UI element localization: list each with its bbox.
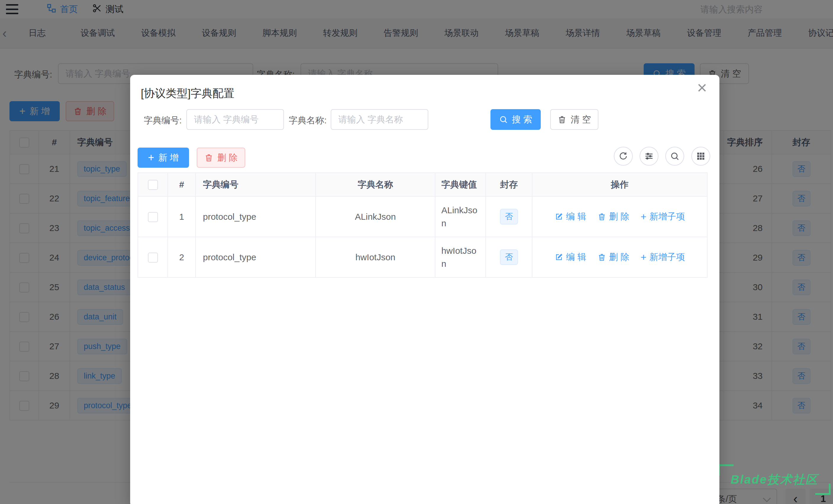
grid-view-button[interactable] — [691, 147, 710, 166]
trash-icon — [598, 212, 606, 221]
modal-delete-button[interactable]: 删 除 — [197, 148, 245, 168]
search-icon — [499, 115, 508, 124]
row-checkbox[interactable] — [148, 253, 158, 263]
modal-name-input[interactable]: 请输入 字典名称 — [331, 109, 428, 130]
sliders-icon — [644, 151, 654, 161]
modal-col-index: # — [168, 173, 195, 196]
modal-clear-button[interactable]: 清 空 — [550, 109, 598, 130]
row-key: hwIotJson — [435, 237, 486, 278]
search-toggle-button[interactable] — [665, 147, 684, 166]
modal-table-header-row: # 字典编号 字典名称 字典键值 封存 操作 — [138, 173, 707, 196]
edit-icon — [555, 253, 563, 262]
trash-icon — [598, 253, 606, 262]
row-key: ALinkJson — [435, 196, 486, 237]
dict-config-modal: × [协议类型]字典配置 字典编号: 请输入 字典编号 字典名称: 请输入 字典… — [130, 75, 719, 504]
plus-icon: + — [148, 151, 154, 164]
plus-icon: + — [640, 211, 646, 222]
row-code: protocol_type — [195, 196, 316, 237]
sealed-tag: 否 — [500, 209, 518, 224]
add-child-link[interactable]: + 新增子项 — [640, 251, 685, 263]
edit-link[interactable]: 编 辑 — [555, 251, 586, 263]
modal-title: [协议类型]字典配置 — [141, 86, 235, 101]
row-name: hwIotJson — [316, 237, 435, 278]
edit-link[interactable]: 编 辑 — [555, 211, 586, 223]
refresh-icon — [619, 151, 628, 161]
refresh-button[interactable] — [614, 147, 633, 166]
filter-columns-button[interactable] — [640, 147, 659, 166]
modal-table-row: 2 protocol_type hwIotJson hwIotJson 否 编 … — [138, 237, 707, 278]
close-icon[interactable]: × — [697, 79, 707, 96]
delete-link[interactable]: 删 除 — [598, 211, 629, 223]
modal-search-button[interactable]: 搜 索 — [491, 109, 541, 130]
row-checkbox[interactable] — [148, 212, 158, 222]
modal-col-sealed: 封存 — [486, 173, 532, 196]
row-code: protocol_type — [195, 237, 316, 278]
row-name: ALinkJson — [316, 196, 435, 237]
modal-col-code: 字典编号 — [195, 173, 316, 196]
app-root: 首页 测试 请输入搜索内容 ‹ 日志设备调试设备模拟设备规则脚本规则转发规则告警… — [0, 0, 833, 504]
delete-link[interactable]: 删 除 — [598, 251, 629, 263]
search-icon — [670, 151, 680, 161]
plus-icon: + — [640, 251, 646, 263]
add-child-link[interactable]: + 新增子项 — [640, 211, 685, 223]
modal-dict-table: # 字典编号 字典名称 字典键值 封存 操作 1 protocol_t — [138, 172, 707, 278]
row-index: 1 — [168, 196, 195, 237]
modal-col-key: 字典键值 — [435, 173, 486, 196]
sealed-tag: 否 — [500, 249, 518, 265]
row-index: 2 — [168, 237, 195, 278]
modal-name-label: 字典名称: — [289, 115, 327, 126]
edit-icon — [555, 212, 563, 221]
modal-select-all-checkbox[interactable] — [148, 180, 158, 190]
grid-icon — [696, 151, 706, 161]
trash-icon — [557, 115, 567, 124]
modal-table-row: 1 protocol_type ALinkJson ALinkJson 否 编 … — [138, 196, 707, 237]
modal-code-label: 字典编号: — [144, 115, 182, 126]
modal-col-name: 字典名称 — [316, 173, 435, 196]
modal-add-button[interactable]: + 新 增 — [138, 148, 189, 168]
trash-icon — [205, 153, 213, 162]
modal-code-input[interactable]: 请输入 字典编号 — [186, 109, 284, 130]
modal-col-actions: 操作 — [532, 173, 707, 196]
